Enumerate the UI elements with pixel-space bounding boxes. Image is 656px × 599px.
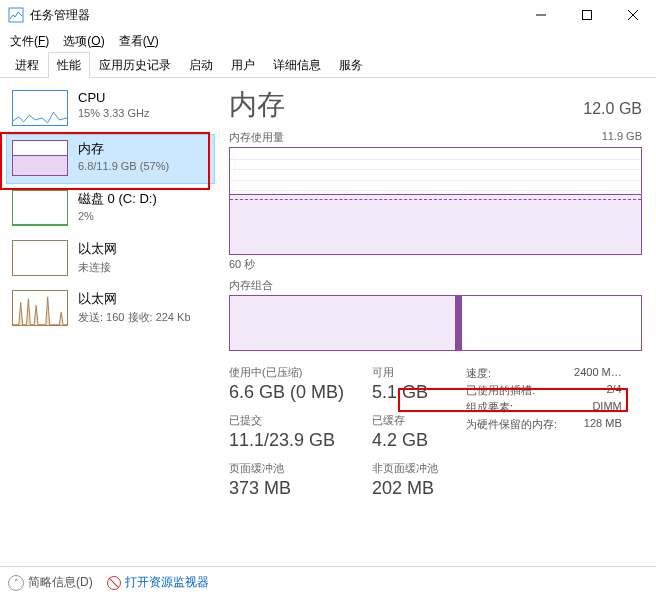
spec-speed-value: 2400 M… bbox=[574, 366, 622, 381]
resmon-icon bbox=[107, 576, 121, 590]
tabs: 进程 性能 应用历史记录 启动 用户 详细信息 服务 bbox=[0, 52, 656, 78]
sidebar-item-cpu[interactable]: CPU 15% 3.33 GHz bbox=[6, 84, 215, 134]
ethernet-thumb-icon bbox=[12, 290, 68, 326]
usage-chart-max: 11.9 GB bbox=[602, 130, 642, 145]
tab-performance[interactable]: 性能 bbox=[48, 52, 90, 78]
chart-x-axis-label: 60 秒 bbox=[229, 257, 642, 272]
chevron-up-icon: ˄ bbox=[8, 575, 24, 591]
page-title: 内存 bbox=[229, 86, 285, 124]
spec-speed-label: 速度: bbox=[466, 366, 556, 381]
stat-available-value: 5.1 GB bbox=[372, 382, 438, 403]
spec-reserved-label: 为硬件保留的内存: bbox=[466, 417, 557, 432]
svg-rect-2 bbox=[583, 11, 592, 20]
sidebar-memory-label: 内存 bbox=[78, 140, 169, 158]
main-panel: 内存 12.0 GB 内存使用量 11.9 GB 60 秒 内存组合 使用中(已… bbox=[215, 78, 656, 558]
tab-processes[interactable]: 进程 bbox=[6, 52, 48, 78]
tab-users[interactable]: 用户 bbox=[222, 52, 264, 78]
app-icon bbox=[8, 7, 24, 23]
sidebar: CPU 15% 3.33 GHz 内存 6.8/11.9 GB (57%) 磁盘… bbox=[0, 78, 215, 558]
ethernet-thumb-icon bbox=[12, 240, 68, 276]
disk-thumb-icon bbox=[12, 190, 68, 226]
spec-slots-value: 2/4 bbox=[606, 383, 621, 398]
memory-total: 12.0 GB bbox=[583, 100, 642, 118]
memory-thumb-icon bbox=[12, 140, 68, 176]
minimize-button[interactable] bbox=[518, 0, 564, 30]
spec-table: 速度:2400 M… 已使用的插槽:2/4 组成要素:DIMM 为硬件保留的内存… bbox=[466, 365, 622, 499]
menu-options[interactable]: 选项(O) bbox=[57, 31, 110, 52]
spec-slots-label: 已使用的插槽: bbox=[466, 383, 556, 398]
sidebar-cpu-label: CPU bbox=[78, 90, 150, 105]
stat-nonpaged-label: 非页面缓冲池 bbox=[372, 461, 438, 476]
sidebar-item-memory[interactable]: 内存 6.8/11.9 GB (57%) bbox=[6, 134, 215, 184]
tab-startup[interactable]: 启动 bbox=[180, 52, 222, 78]
tab-services[interactable]: 服务 bbox=[330, 52, 372, 78]
sidebar-memory-sub: 6.8/11.9 GB (57%) bbox=[78, 160, 169, 172]
sidebar-eth1-sub: 发送: 160 接收: 224 Kb bbox=[78, 310, 191, 325]
stat-nonpaged-value: 202 MB bbox=[372, 478, 438, 499]
stat-available-label: 可用 bbox=[372, 365, 438, 380]
stat-paged-value: 373 MB bbox=[229, 478, 344, 499]
maximize-button[interactable] bbox=[564, 0, 610, 30]
stat-in-use-label: 使用中(已压缩) bbox=[229, 365, 344, 380]
stat-cached-label: 已缓存 bbox=[372, 413, 438, 428]
fewer-details-link[interactable]: ˄ 简略信息(D) bbox=[8, 574, 93, 591]
sidebar-eth0-sub: 未连接 bbox=[78, 260, 117, 275]
menu-file[interactable]: 文件(F) bbox=[4, 31, 55, 52]
open-resmon-link[interactable]: 打开资源监视器 bbox=[107, 574, 209, 591]
close-button[interactable] bbox=[610, 0, 656, 30]
cpu-thumb-icon bbox=[12, 90, 68, 126]
tab-details[interactable]: 详细信息 bbox=[264, 52, 330, 78]
sidebar-item-ethernet-1[interactable]: 以太网 发送: 160 接收: 224 Kb bbox=[6, 284, 215, 334]
stat-committed-label: 已提交 bbox=[229, 413, 344, 428]
tab-apphistory[interactable]: 应用历史记录 bbox=[90, 52, 180, 78]
spec-reserved-value: 128 MB bbox=[584, 417, 622, 432]
sidebar-disk-label: 磁盘 0 (C: D:) bbox=[78, 190, 157, 208]
spec-form-value: DIMM bbox=[592, 400, 621, 415]
stat-in-use-value: 6.6 GB (0 MB) bbox=[229, 382, 344, 403]
memory-composition-chart bbox=[229, 295, 642, 351]
menu-view[interactable]: 查看(V) bbox=[113, 31, 165, 52]
sidebar-item-ethernet-0[interactable]: 以太网 未连接 bbox=[6, 234, 215, 284]
sidebar-item-disk[interactable]: 磁盘 0 (C: D:) 2% bbox=[6, 184, 215, 234]
sidebar-eth1-label: 以太网 bbox=[78, 290, 191, 308]
stat-cached-value: 4.2 GB bbox=[372, 430, 438, 451]
sidebar-cpu-sub: 15% 3.33 GHz bbox=[78, 107, 150, 119]
memory-usage-chart bbox=[229, 147, 642, 255]
spec-form-label: 组成要素: bbox=[466, 400, 556, 415]
usage-chart-label: 内存使用量 bbox=[229, 130, 284, 145]
sidebar-disk-sub: 2% bbox=[78, 210, 157, 222]
sidebar-eth0-label: 以太网 bbox=[78, 240, 117, 258]
window-title: 任务管理器 bbox=[30, 7, 518, 24]
composition-label: 内存组合 bbox=[229, 278, 273, 293]
stat-paged-label: 页面缓冲池 bbox=[229, 461, 344, 476]
stat-committed-value: 11.1/23.9 GB bbox=[229, 430, 344, 451]
